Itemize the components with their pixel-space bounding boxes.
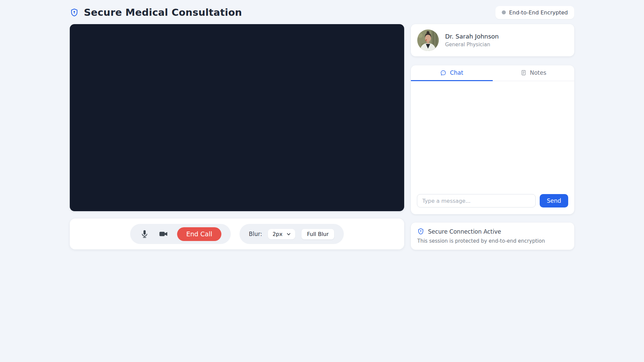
chat-panel: Chat Notes bbox=[411, 65, 574, 214]
tab-notes-label: Notes bbox=[530, 69, 546, 76]
doctor-role: General Physician bbox=[445, 42, 499, 48]
blur-controls-group: Blur: 2px Full Blur bbox=[239, 224, 344, 244]
sidebar: Dr. Sarah Johnson General Physician bbox=[411, 24, 574, 250]
shield-lock-icon bbox=[70, 8, 79, 17]
camera-button[interactable] bbox=[158, 229, 168, 239]
secure-connection-title: Secure Connection Active bbox=[428, 228, 501, 235]
call-buttons-group: End Call bbox=[130, 224, 231, 244]
tab-chat-label: Chat bbox=[450, 69, 463, 76]
doctor-avatar bbox=[417, 29, 439, 51]
secure-title-row: Secure Connection Active bbox=[417, 228, 568, 235]
header-title-group: Secure Medical Consultation bbox=[70, 7, 242, 18]
blur-items: Blur: 2px Full Blur bbox=[249, 229, 334, 240]
secure-connection-card: Secure Connection Active This session is… bbox=[411, 223, 574, 250]
doctor-info: Dr. Sarah Johnson General Physician bbox=[445, 33, 499, 48]
video-column: End Call Blur: 2px Full bbox=[70, 24, 404, 250]
blur-amount-select[interactable]: 2px bbox=[268, 229, 295, 239]
tab-bar: Chat Notes bbox=[411, 65, 574, 81]
video-camera-icon bbox=[159, 229, 168, 239]
blur-label: Blur: bbox=[249, 231, 262, 237]
chat-bubble-icon bbox=[440, 70, 446, 76]
chat-message-list bbox=[411, 81, 574, 188]
tab-notes[interactable]: Notes bbox=[493, 65, 575, 81]
send-button[interactable]: Send bbox=[540, 194, 568, 207]
status-dot-icon bbox=[502, 10, 506, 14]
video-feed bbox=[70, 24, 404, 211]
notes-document-icon bbox=[521, 70, 527, 76]
encryption-badge: End-to-End Encrypted bbox=[495, 6, 574, 19]
page-container: Secure Medical Consultation End-to-End E… bbox=[70, 0, 574, 250]
chevron-down-icon bbox=[286, 232, 291, 236]
shield-check-icon bbox=[417, 228, 424, 235]
call-controls-bar: End Call Blur: 2px Full bbox=[70, 219, 404, 249]
blur-amount-value: 2px bbox=[272, 231, 282, 237]
chat-input-row: Send bbox=[411, 188, 574, 214]
main-layout: End Call Blur: 2px Full bbox=[70, 24, 574, 250]
tab-chat[interactable]: Chat bbox=[411, 65, 493, 81]
chat-message-input[interactable] bbox=[417, 194, 536, 207]
microphone-icon bbox=[140, 230, 149, 238]
page-title: Secure Medical Consultation bbox=[84, 7, 242, 18]
doctor-card: Dr. Sarah Johnson General Physician bbox=[411, 24, 574, 56]
microphone-button[interactable] bbox=[140, 229, 150, 239]
doctor-name: Dr. Sarah Johnson bbox=[445, 33, 499, 40]
end-call-button[interactable]: End Call bbox=[177, 227, 221, 241]
encryption-badge-label: End-to-End Encrypted bbox=[509, 9, 568, 16]
secure-connection-description: This session is protected by end-to-end … bbox=[417, 238, 568, 244]
header: Secure Medical Consultation End-to-End E… bbox=[70, 5, 574, 20]
full-blur-button[interactable]: Full Blur bbox=[301, 229, 334, 240]
